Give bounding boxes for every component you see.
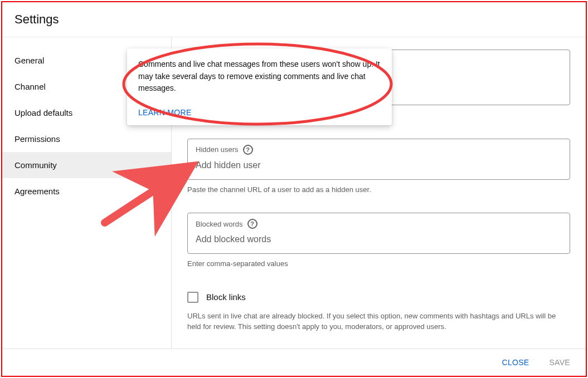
sidebar-item-community[interactable]: Community [2,152,171,178]
tooltip-text: Comments and live chat messages from the… [138,58,381,95]
save-button[interactable]: SAVE [545,355,575,370]
dialog-footer: CLOSE SAVE [2,348,586,376]
hidden-users-field-box[interactable]: Hidden users ? [187,139,570,180]
block-links-helper: URLs sent in live chat are already block… [187,311,570,332]
block-links-row: Block links [187,292,570,303]
block-links-label: Block links [206,292,246,302]
hidden-users-input[interactable] [196,155,562,174]
block-links-checkbox[interactable] [187,292,198,303]
blocked-words-input[interactable] [196,229,562,248]
blocked-words-field-box[interactable]: Blocked words ? [187,213,570,254]
sidebar-item-permissions[interactable]: Permissions [2,126,171,152]
hidden-users-label-row: Hidden users ? [196,145,562,155]
hidden-users-block: Hidden users ? Paste the channel URL of … [187,139,570,195]
hidden-users-label: Hidden users [196,145,239,154]
close-button[interactable]: CLOSE [498,355,534,370]
sidebar-item-agreements[interactable]: Agreements [2,178,171,204]
help-icon[interactable]: ? [247,219,257,229]
blocked-words-helper: Enter comma-separated values [187,258,570,269]
learn-more-link[interactable]: LEARN MORE [138,108,192,117]
dialog-header: Settings [2,2,586,37]
blocked-words-label-row: Blocked words ? [196,219,562,229]
help-icon[interactable]: ? [243,145,253,155]
blocked-words-label: Blocked words [196,220,243,228]
hidden-users-tooltip: Comments and live chat messages from the… [127,48,392,125]
hidden-users-helper: Paste the channel URL of a user to add a… [187,184,570,195]
dialog-title: Settings [14,12,574,27]
blocked-words-block: Blocked words ? Enter comma-separated va… [187,213,570,269]
